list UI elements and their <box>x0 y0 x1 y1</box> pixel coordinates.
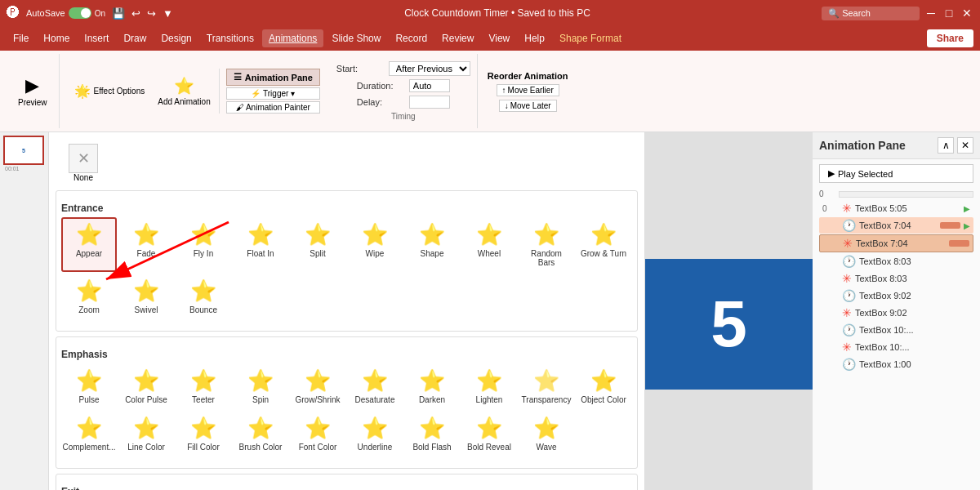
anim-list-item-9[interactable]: ✳ TextBox 10:... <box>819 339 973 355</box>
menu-shape-format[interactable]: Shape Format <box>553 29 628 47</box>
anim-split[interactable]: ⭐ Split <box>290 217 345 272</box>
menu-help[interactable]: Help <box>518 29 551 47</box>
menu-file[interactable]: File <box>7 29 35 47</box>
anim-list-item-1[interactable]: 0 ✳ TextBox 5:05 ▶ <box>819 200 973 216</box>
powerpoint-logo: 🅟 <box>7 6 20 20</box>
anim-list-item-3[interactable]: ✳ TextBox 7:04 <box>819 234 973 252</box>
delay-input[interactable] <box>409 96 450 109</box>
trigger-button[interactable]: ⚡ Trigger ▾ <box>226 87 320 100</box>
anim-teeter[interactable]: ⭐ Teeter <box>176 363 231 409</box>
menu-transitions[interactable]: Transitions <box>200 29 261 47</box>
redo-icon[interactable]: ↪ <box>147 7 156 20</box>
autosave-toggle[interactable]: AutoSave On <box>26 7 105 19</box>
animation-pane-panel: Animation Pane ∧ ✕ ▶ Play Selected 0 0 ✳… <box>813 132 980 490</box>
fly-in-icon: ⭐ <box>190 222 216 247</box>
anim-fly-in[interactable]: ⭐ Fly In <box>176 217 231 272</box>
anim-appear[interactable]: ⭐ Appear <box>61 217 117 272</box>
anim-list-item-5[interactable]: ✳ TextBox 8:03 <box>819 270 973 287</box>
none-animation[interactable]: ✕ None <box>56 139 111 187</box>
close-button[interactable]: ✕ <box>960 7 973 20</box>
anim-shape[interactable]: ⭐ Shape <box>404 217 460 272</box>
exit-title: Exit <box>61 486 632 490</box>
menu-slideshow[interactable]: Slide Show <box>325 29 387 47</box>
shape-icon: ⭐ <box>419 222 445 247</box>
anim-bold-reveal[interactable]: ⭐ Bold Reveal <box>461 411 517 457</box>
brush-color-icon: ⭐ <box>247 416 274 441</box>
menu-home[interactable]: Home <box>37 29 76 47</box>
minimize-button[interactable]: ─ <box>924 7 938 20</box>
anim-spin[interactable]: ⭐ Spin <box>233 363 288 409</box>
anim-color-pulse[interactable]: ⭐ Color Pulse <box>118 363 174 409</box>
anim-fill-color[interactable]: ⭐ Fill Color <box>176 411 231 457</box>
anim-wheel[interactable]: ⭐ Wheel <box>461 217 517 272</box>
anim-fade[interactable]: ⭐ Fade <box>118 217 174 272</box>
move-earlier-button[interactable]: ↑ Move Earlier <box>497 84 559 96</box>
anim-list-item-2[interactable]: 🕐 TextBox 7:04 ▶ <box>819 217 973 234</box>
anim-wave[interactable]: ⭐ Wave <box>519 411 574 457</box>
animation-pane-toggle[interactable]: ☰ Animation Pane <box>226 69 320 86</box>
anim-complement[interactable]: ⭐ Complement... <box>61 411 117 457</box>
preview-label: Preview <box>18 98 47 107</box>
menu-draw[interactable]: Draw <box>117 29 153 47</box>
save-icon[interactable]: 💾 <box>112 7 125 20</box>
menu-insert[interactable]: Insert <box>78 29 115 47</box>
start-select[interactable]: After Previous On Click With Previous <box>389 61 470 76</box>
anim-desaturate[interactable]: ⭐ Desaturate <box>347 363 403 409</box>
anim-underline[interactable]: ⭐ Underline <box>347 411 403 457</box>
anim-grow-turn[interactable]: ⭐ Grow & Turn <box>576 217 631 272</box>
customize-icon[interactable]: ▼ <box>163 7 173 20</box>
undo-icon[interactable]: ↩ <box>131 7 140 20</box>
search-icon[interactable]: 🔍 Search <box>822 7 920 20</box>
anim-lighten[interactable]: ⭐ Lighten <box>461 363 517 409</box>
duration-input[interactable] <box>409 79 450 92</box>
slide-panel: 1 5 00:01 <box>0 132 49 490</box>
wheel-label: Wheel <box>478 249 501 258</box>
animation-list: 0 ✳ TextBox 5:05 ▶ 🕐 TextBox 7:04 ▶ ✳ Te… <box>813 200 980 490</box>
anim-zoom-entrance[interactable]: ⭐ Zoom <box>61 274 117 319</box>
wave-icon: ⭐ <box>533 416 559 441</box>
menu-animations[interactable]: Animations <box>262 29 323 47</box>
anim-float-in[interactable]: ⭐ Float In <box>233 217 288 272</box>
anim-grow-shrink[interactable]: ⭐ Grow/Shrink <box>290 363 345 409</box>
anim-bold-flash[interactable]: ⭐ Bold Flash <box>404 411 460 457</box>
anim-darken[interactable]: ⭐ Darken <box>404 363 460 409</box>
share-button[interactable]: Share <box>927 29 973 47</box>
autosave-switch[interactable] <box>69 7 91 19</box>
anim-swivel-entrance[interactable]: ⭐ Swivel <box>118 274 174 319</box>
up-arrow-icon: ↑ <box>502 86 506 95</box>
anim-play-2[interactable]: ▶ <box>964 221 970 230</box>
anim-type-sparkle-5: ✳ <box>842 272 852 285</box>
entrance-title: Entrance <box>61 203 632 214</box>
add-animation-button[interactable]: ⭐ Add Animation <box>153 73 216 109</box>
maximize-button[interactable]: □ <box>942 7 956 20</box>
menu-record[interactable]: Record <box>389 29 434 47</box>
anim-brush-color[interactable]: ⭐ Brush Color <box>233 411 288 457</box>
anim-list-item-7[interactable]: ✳ TextBox 9:02 <box>819 305 973 321</box>
anim-list-item-8[interactable]: 🕐 TextBox 10:... <box>819 322 973 338</box>
preview-button[interactable]: ▶ Preview <box>13 72 52 110</box>
anim-bounce-entrance[interactable]: ⭐ Bounce <box>176 274 231 319</box>
animation-painter-button[interactable]: 🖌 Animation Painter <box>226 101 320 114</box>
anim-list-item-10[interactable]: 🕐 TextBox 1:00 <box>819 356 973 372</box>
move-later-button[interactable]: ↓ Move Later <box>499 100 557 112</box>
anim-list-item-6[interactable]: 🕐 TextBox 9:02 <box>819 287 973 304</box>
anim-line-color[interactable]: ⭐ Line Color <box>118 411 174 457</box>
anim-random-bars-entrance[interactable]: ⭐ Random Bars <box>519 217 574 272</box>
menu-view[interactable]: View <box>482 29 516 47</box>
anim-object-color[interactable]: ⭐ Object Color <box>576 363 631 409</box>
effect-options-button[interactable]: 🌟 Effect Options <box>69 80 150 102</box>
anim-font-color[interactable]: ⭐ Font Color <box>290 411 345 457</box>
anim-wipe[interactable]: ⭐ Wipe <box>347 217 403 272</box>
anim-pulse[interactable]: ⭐ Pulse <box>61 363 117 409</box>
slide-thumbnail-1[interactable]: 1 5 00:01 <box>3 136 44 165</box>
anim-play-1[interactable]: ▶ <box>964 204 970 213</box>
anim-list-item-4[interactable]: 🕐 TextBox 8:03 <box>819 253 973 270</box>
menu-design[interactable]: Design <box>154 29 198 47</box>
pane-close-button[interactable]: ✕ <box>957 137 973 154</box>
menu-review[interactable]: Review <box>435 29 480 47</box>
bounce-entrance-label: Bounce <box>189 305 217 314</box>
transparency-icon: ⭐ <box>533 368 559 394</box>
play-selected-button[interactable]: ▶ Play Selected <box>819 164 973 183</box>
anim-transparency[interactable]: ⭐ Transparency <box>519 363 574 409</box>
pane-collapse-button[interactable]: ∧ <box>938 137 954 154</box>
